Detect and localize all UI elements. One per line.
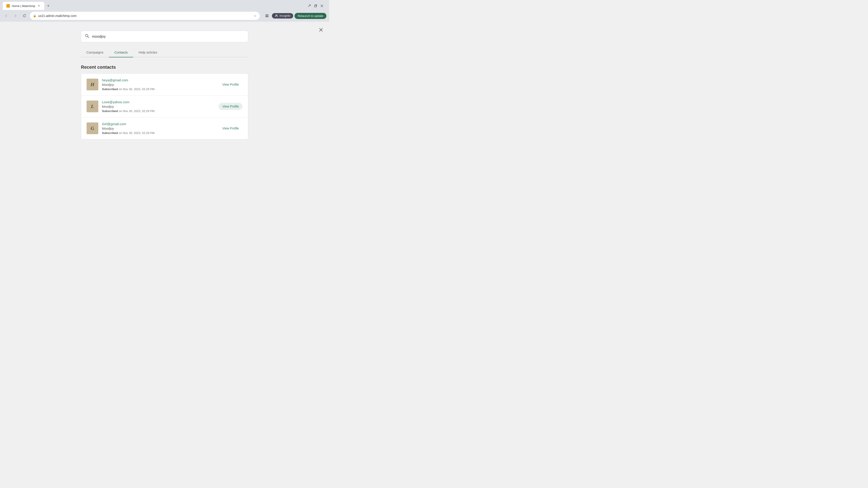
contacts-list: H heya@gmail.com Moodjoy Subscribed on N… xyxy=(81,73,248,139)
section-title: Recent contacts xyxy=(81,65,248,70)
search-icon xyxy=(85,34,89,39)
address-bar[interactable]: 🔒 us21.admin.mailchimp.com ☆ xyxy=(30,12,260,20)
window-restore-button[interactable] xyxy=(313,3,318,8)
close-button[interactable] xyxy=(317,26,324,33)
view-profile-button[interactable]: View Profile xyxy=(219,81,243,88)
tab-campaigns[interactable]: Campaigns xyxy=(81,48,109,57)
new-tab-button[interactable]: + xyxy=(45,3,52,9)
contact-org: Moodjoy xyxy=(102,127,215,130)
avatar: H xyxy=(87,78,98,90)
svg-rect-7 xyxy=(267,16,268,17)
incognito-chip: Incognito xyxy=(272,13,293,19)
contact-row: G Girl@gmail.com Moodjoy Subscribed on N… xyxy=(81,118,248,139)
window-minimize-button[interactable] xyxy=(307,3,312,8)
incognito-label: Incognito xyxy=(280,14,291,18)
forward-button[interactable] xyxy=(12,12,19,20)
tab-help-articles[interactable]: Help articles xyxy=(133,48,163,57)
contact-subscribed: Subscribed on Nov 30, 2023, 02:29 PM xyxy=(102,131,215,135)
svg-rect-1 xyxy=(314,5,316,7)
contact-org: Moodjoy xyxy=(102,105,215,108)
avatar: L xyxy=(87,101,98,112)
svg-rect-4 xyxy=(266,14,267,15)
tab-title: Home | Mailchimp xyxy=(12,4,35,8)
contact-org: Moodjoy xyxy=(102,83,215,87)
back-button[interactable] xyxy=(3,12,10,20)
contact-info: heya@gmail.com Moodjoy Subscribed on Nov… xyxy=(102,78,215,91)
contact-info: Love@yahoo.com Moodjoy Subscribed on Nov… xyxy=(102,100,215,113)
contact-info: Girl@gmail.com Moodjoy Subscribed on Nov… xyxy=(102,122,215,135)
tab-favicon: 🐵 xyxy=(6,4,10,8)
search-input[interactable] xyxy=(92,35,244,39)
refresh-button[interactable] xyxy=(21,12,28,20)
avatar: G xyxy=(87,123,98,134)
tab-contacts[interactable]: Contacts xyxy=(109,48,133,57)
contact-email[interactable]: Girl@gmail.com xyxy=(102,122,215,126)
svg-rect-6 xyxy=(266,16,267,17)
extensions-button[interactable] xyxy=(264,12,271,20)
contact-row: H heya@gmail.com Moodjoy Subscribed on N… xyxy=(81,74,248,96)
search-box[interactable] xyxy=(81,31,248,42)
view-profile-button[interactable]: View Profile xyxy=(219,125,243,132)
address-text: us21.admin.mailchimp.com xyxy=(38,14,252,18)
svg-rect-5 xyxy=(267,14,268,15)
contact-subscribed: Subscribed on Nov 30, 2023, 02:29 PM xyxy=(102,88,215,91)
browser-tab-active[interactable]: 🐵 Home | Mailchimp ✕ xyxy=(3,2,44,10)
view-profile-button[interactable]: View Profile xyxy=(219,103,243,110)
search-tabs: Campaigns Contacts Help articles xyxy=(81,48,248,57)
contact-subscribed: Subscribed on Nov 30, 2023, 02:29 PM xyxy=(102,109,215,113)
contact-email[interactable]: Love@yahoo.com xyxy=(102,100,215,104)
lock-icon: 🔒 xyxy=(33,14,36,18)
window-close-button[interactable] xyxy=(319,3,324,8)
svg-line-0 xyxy=(308,5,310,7)
contact-email[interactable]: heya@gmail.com xyxy=(102,78,215,82)
svg-line-12 xyxy=(88,37,89,38)
tab-close-button[interactable]: ✕ xyxy=(37,4,41,8)
bookmark-icon[interactable]: ☆ xyxy=(254,14,256,18)
contact-row: L Love@yahoo.com Moodjoy Subscribed on N… xyxy=(81,96,248,118)
relaunch-button[interactable]: Relaunch to update xyxy=(294,13,327,19)
